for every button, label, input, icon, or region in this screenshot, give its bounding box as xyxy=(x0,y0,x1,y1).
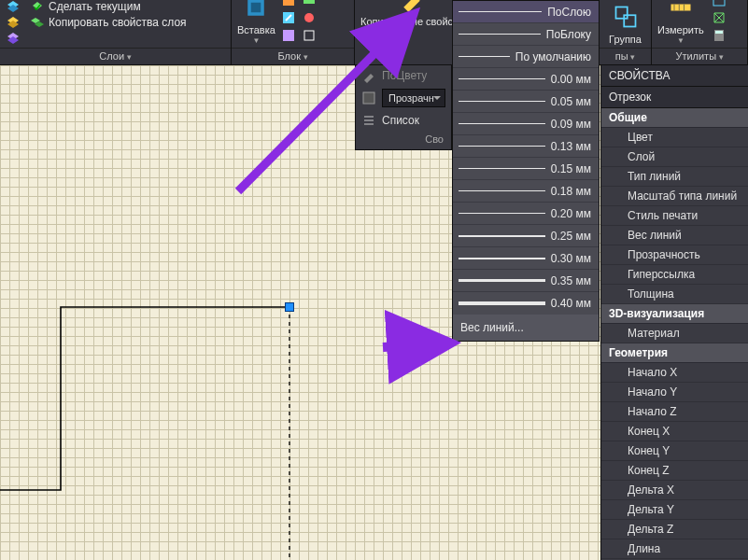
properties-palette: СВОЙСТВА Отрезок ОбщиеЦветСлойТип линийМ… xyxy=(600,65,748,560)
lineweight-option[interactable]: По умолчанию xyxy=(453,46,599,68)
make-current-button[interactable]: Сделать текущим xyxy=(30,0,187,14)
props-row[interactable]: Прозрачность xyxy=(601,245,748,265)
props-row[interactable]: Начало X xyxy=(601,363,748,383)
lineweight-option[interactable]: 0.25 мм xyxy=(453,225,599,247)
lineweight-option[interactable]: 0.15 мм xyxy=(453,158,599,180)
block-misc3-icon[interactable] xyxy=(302,28,317,43)
lineweight-option[interactable]: 0.13 мм xyxy=(453,135,599,158)
lineweight-option[interactable]: ПоСлою xyxy=(453,1,599,23)
props-row[interactable]: Дельта X xyxy=(601,481,748,500)
group-icon xyxy=(611,2,641,32)
block-misc1-icon[interactable] xyxy=(302,0,317,7)
props-row[interactable]: Толщина xyxy=(601,285,748,304)
lineweight-option[interactable]: ПоБлоку xyxy=(453,23,599,46)
lineweight-sample xyxy=(459,101,545,102)
insert-button[interactable]: Вставка ▼ xyxy=(237,0,275,46)
svg-rect-14 xyxy=(303,0,315,4)
copy-props-icon xyxy=(30,15,45,30)
lineweight-option-label: 0.20 мм xyxy=(551,207,591,220)
props-row[interactable]: Конец Z xyxy=(601,461,748,481)
lineweight-option[interactable]: 0.05 мм xyxy=(453,91,599,113)
block-attr-icon[interactable] xyxy=(281,28,296,43)
svg-rect-13 xyxy=(283,30,294,41)
lineweight-option-label: 0.09 мм xyxy=(551,118,591,131)
lineweight-option-label: 0.00 мм xyxy=(551,73,591,86)
dropdown-caret-icon: ▼ xyxy=(252,37,260,46)
group-button[interactable]: Группа xyxy=(609,2,642,45)
paint-icon xyxy=(361,68,376,83)
selection-grip[interactable] xyxy=(285,302,294,312)
props-row[interactable]: Гиперссылка xyxy=(601,265,748,285)
ribbon-panel-block: Вставка ▼ Блок xyxy=(232,0,355,64)
by-color-row: ПоЦвету xyxy=(356,65,451,86)
dropdown-caret-icon: ▼ xyxy=(677,37,684,46)
measure-button[interactable]: Измерить ▼ xyxy=(657,0,704,46)
copy-properties-button[interactable]: Копирование свойств xyxy=(360,0,463,27)
by-color-label: ПоЦвету xyxy=(382,69,427,82)
palette-entity-type[interactable]: Отрезок xyxy=(601,87,748,108)
panel-title-block[interactable]: Блок xyxy=(232,48,354,64)
lineweight-sample xyxy=(459,258,545,259)
props-row[interactable]: Начало Y xyxy=(601,383,748,402)
lineweight-option-label: По умолчанию xyxy=(515,50,591,63)
props-row[interactable]: Начало Z xyxy=(601,402,748,422)
props-row[interactable]: Цвет xyxy=(601,128,748,147)
lineweight-option-label: 0.05 мм xyxy=(551,95,591,108)
svg-rect-16 xyxy=(304,31,314,40)
props-row[interactable]: Конец Y xyxy=(601,441,748,461)
props-row[interactable]: Материал xyxy=(601,324,748,343)
quick-select-icon[interactable] xyxy=(712,0,727,7)
calculator-icon[interactable] xyxy=(712,28,727,43)
lineweight-option[interactable]: 0.35 мм xyxy=(453,270,599,292)
lineweight-option[interactable]: 0.30 мм xyxy=(453,247,599,270)
props-row[interactable]: Стиль печати xyxy=(601,206,748,226)
properties-extended-panel: ПоЦвету Прозрачн Список Сво xyxy=(355,65,452,150)
props-row[interactable]: Конец X xyxy=(601,422,748,441)
props-row[interactable]: Тип линий xyxy=(601,167,748,187)
layer-current-icon xyxy=(30,0,45,14)
transparency-label: Прозрачн xyxy=(388,92,434,104)
props-section-header[interactable]: 3D-визуализация xyxy=(601,304,748,324)
layer-icon[interactable] xyxy=(6,0,21,14)
lineweight-option-label: 0.15 мм xyxy=(551,162,591,175)
svg-rect-19 xyxy=(624,15,635,26)
lineweight-sample xyxy=(459,168,545,169)
list-label: Список xyxy=(382,114,419,127)
props-row[interactable]: Дельта Y xyxy=(601,500,748,520)
layer-match-icon[interactable] xyxy=(6,15,21,30)
svg-marker-3 xyxy=(7,21,19,28)
lineweight-option[interactable]: 0.20 мм xyxy=(453,203,599,225)
props-row[interactable]: Слой xyxy=(601,147,748,167)
lineweight-settings-button[interactable]: Вес линий... xyxy=(453,315,599,341)
palette-title: СВОЙСТВА xyxy=(601,65,748,87)
svg-rect-24 xyxy=(713,0,725,6)
lineweight-option[interactable]: 0.18 мм xyxy=(453,180,599,203)
copy-layer-props-button[interactable]: Копировать свойства слоя xyxy=(30,15,187,30)
panel-title-groups[interactable]: пы xyxy=(600,48,651,64)
props-row[interactable]: Вес линий xyxy=(601,226,748,245)
lineweight-sample xyxy=(459,190,545,191)
svg-rect-10 xyxy=(251,3,261,13)
props-section-header[interactable]: Геометрия xyxy=(601,343,748,363)
square-icon xyxy=(361,91,376,105)
layer-props-icon[interactable] xyxy=(6,31,21,46)
panel-title-layers[interactable]: Слои xyxy=(0,48,231,64)
measure-label: Измерить xyxy=(657,24,704,35)
select-all-icon[interactable] xyxy=(712,10,727,25)
transparency-row[interactable]: Прозрачн xyxy=(356,86,451,110)
props-row[interactable]: Масштаб типа линий xyxy=(601,187,748,206)
lineweight-option[interactable]: 0.00 мм xyxy=(453,68,599,91)
list-row[interactable]: Список xyxy=(356,110,451,131)
transparency-select[interactable]: Прозрачн xyxy=(382,89,445,107)
lineweight-option[interactable]: 0.09 мм xyxy=(453,113,599,135)
block-edit-icon[interactable] xyxy=(281,10,296,25)
panel-title-utilities[interactable]: Утилиты xyxy=(652,48,747,64)
props-row[interactable]: Дельта Z xyxy=(601,520,748,539)
insert-icon xyxy=(241,0,271,22)
block-create-icon[interactable] xyxy=(281,0,296,7)
block-misc2-icon[interactable] xyxy=(302,10,317,25)
lineweight-option[interactable]: 0.40 мм xyxy=(453,292,599,315)
lineweight-sample xyxy=(459,56,510,57)
props-row[interactable]: Длина xyxy=(601,539,748,559)
props-section-header[interactable]: Общие xyxy=(601,108,748,128)
